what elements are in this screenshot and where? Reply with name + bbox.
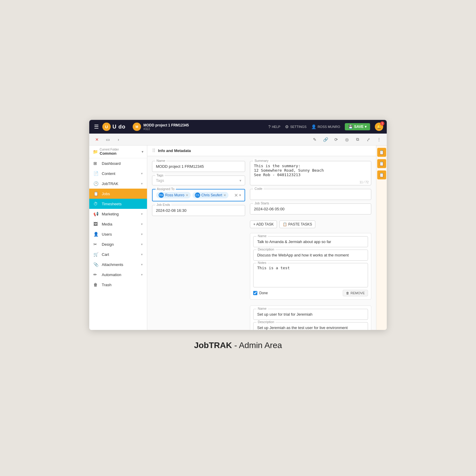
code-label: Code xyxy=(253,187,263,190)
task1-name-label: Name xyxy=(256,234,267,238)
hamburger-icon[interactable]: ☰ xyxy=(93,122,100,131)
task1-remove-button[interactable]: 🗑 REMOVE xyxy=(343,290,368,296)
sidebar-item-marketing[interactable]: 📢 Marketing ▾ xyxy=(89,209,147,219)
tags-content: Tags ▾ xyxy=(156,178,241,183)
marketing-chevron-icon: ▾ xyxy=(141,212,143,216)
assignee-avatar-chris: CS xyxy=(195,192,200,198)
task1-notes-field: Notes This is a test xyxy=(253,263,368,287)
sidebar-item-content[interactable]: 📄 Content ▾ xyxy=(89,168,147,178)
remove-assignee-ross[interactable]: ✕ xyxy=(186,193,188,197)
task-card-1: Name Description Notes This is a test xyxy=(250,233,371,300)
design-chevron-icon: ▾ xyxy=(141,242,143,246)
users-icon: 👤 xyxy=(93,232,99,237)
automation-icon: ✏ xyxy=(93,272,99,277)
paste-tasks-button[interactable]: 📋 PASTE TASKS xyxy=(279,220,315,228)
task2-desc-input[interactable] xyxy=(257,325,364,330)
drag-handle[interactable]: ⠿ xyxy=(152,148,156,154)
task1-notes-label: Notes xyxy=(256,261,267,264)
external-button[interactable]: ⤤ xyxy=(364,135,372,144)
add-task-button[interactable]: + ADD TASK xyxy=(250,220,277,228)
name-field: Name xyxy=(152,161,245,172)
assigned-chevron-icon[interactable]: ▾ xyxy=(239,193,241,197)
sidebar-item-cart[interactable]: 🛒 Cart ▾ xyxy=(89,249,147,259)
job-ends-input[interactable] xyxy=(156,208,241,213)
name-input[interactable] xyxy=(156,164,241,169)
sidebar-item-label: Marketing xyxy=(102,212,119,216)
sidebar-item-label: Media xyxy=(102,222,112,226)
panel-button[interactable]: ▭ xyxy=(104,135,112,144)
right-panel-icon-3[interactable]: 📋 xyxy=(377,170,386,179)
sidebar-item-media[interactable]: 🖼 Media ▾ xyxy=(89,219,147,229)
gear-icon: ⚙ xyxy=(285,124,289,129)
code-input[interactable] xyxy=(254,192,367,197)
assigned-label: Assigned To xyxy=(156,187,176,191)
media-icon: 🖼 xyxy=(93,222,99,226)
users-chevron-icon: ▾ xyxy=(141,232,143,236)
sidebar-item-timesheets[interactable]: ⏱ Timesheets xyxy=(89,199,147,209)
edit-button[interactable]: ✎ xyxy=(311,135,319,144)
name-label: Name xyxy=(155,159,166,162)
notification-button[interactable]: 🔔 2 xyxy=(375,123,383,131)
sidebar-item-dashboard[interactable]: ⊞ Dashboard xyxy=(89,158,147,168)
folder-selector[interactable]: 📁 Current Folder Common ▾ xyxy=(89,145,147,158)
more-button[interactable]: ⋮ xyxy=(375,135,383,144)
content-area: ⠿ Info and Metadata Name Tags xyxy=(147,145,376,330)
sidebar-item-jobs[interactable]: 📋 Jobs xyxy=(89,189,147,199)
history-button[interactable]: ⟳ xyxy=(332,135,340,144)
copy-button[interactable]: ⧉ xyxy=(353,135,362,144)
link-button[interactable]: 🔗 xyxy=(321,135,330,144)
timesheets-icon: ⏱ xyxy=(93,201,99,206)
save-icon: 💾 xyxy=(348,125,353,129)
close-button[interactable]: ✕ xyxy=(93,135,101,144)
right-panel-icon-2[interactable]: 📋 xyxy=(377,159,386,168)
right-panel-icon-1[interactable]: 📋 xyxy=(377,148,386,157)
sidebar-item-jobtrak[interactable]: 🕐 JobTRAK ▾ xyxy=(89,178,147,189)
remove-label: REMOVE xyxy=(350,291,365,295)
task1-done-row: Done 🗑 REMOVE xyxy=(253,290,368,296)
task1-name-input[interactable] xyxy=(257,239,364,245)
paste-icon: 📋 xyxy=(283,222,287,226)
sidebar-item-users[interactable]: 👤 Users ▾ xyxy=(89,229,147,239)
sidebar-item-automation[interactable]: ✏ Automation ▾ xyxy=(89,270,147,280)
tags-field[interactable]: Tags Tags ▾ xyxy=(152,176,245,185)
automation-chevron-icon: ▾ xyxy=(141,273,143,277)
job-starts-input[interactable] xyxy=(254,206,367,212)
project-info: M MODD project 1 FRM12345 #322 xyxy=(133,123,189,131)
summary-input[interactable]: This is the summary: 12 Somewhere Road, … xyxy=(254,164,367,181)
footer-bold-text: JobTRAK xyxy=(194,341,232,350)
jobtrak-icon: 🕐 xyxy=(93,181,99,186)
section-header: ⠿ Info and Metadata xyxy=(147,145,376,156)
cart-chevron-icon: ▾ xyxy=(141,253,143,256)
footer-separator: - xyxy=(232,341,239,350)
task1-done-label[interactable]: Done xyxy=(253,291,268,295)
project-id: #322 xyxy=(143,127,189,131)
target-button[interactable]: ◎ xyxy=(343,135,351,144)
forward-button[interactable]: › xyxy=(114,135,123,144)
job-starts-field: Job Starts xyxy=(250,203,371,214)
remove-assignee-chris[interactable]: ✕ xyxy=(223,193,226,197)
sidebar-item-design[interactable]: ✂ Design ▾ xyxy=(89,239,147,249)
job-ends-label: Job Ends xyxy=(155,203,171,206)
user-icon: 👤 xyxy=(311,124,316,129)
task1-notes-input[interactable]: This is a test xyxy=(257,266,364,284)
task2-name-input[interactable] xyxy=(257,311,364,317)
sidebar-item-trash[interactable]: 🗑 Trash xyxy=(89,280,147,290)
clear-assignees-button[interactable]: ✕ xyxy=(234,192,238,198)
sidebar-item-attachments[interactable]: 📎 Attachments ▾ xyxy=(89,259,147,270)
folder-info: Current Folder Common xyxy=(100,148,119,156)
assignee-chip-ross[interactable]: RM Ross Munro ✕ xyxy=(156,192,191,198)
task1-done-checkbox[interactable] xyxy=(253,291,257,295)
job-ends-field: Job Ends xyxy=(152,205,245,216)
user-button[interactable]: 👤 ROSS MUNRO xyxy=(311,124,340,129)
assigned-field[interactable]: Assigned To RM Ross Munro ✕ CS Chris Seu… xyxy=(152,189,245,201)
assignee-chip-chris[interactable]: CS Chris Seufert ✕ xyxy=(192,192,228,198)
attachments-chevron-icon: ▾ xyxy=(141,263,143,267)
assigned-actions: ✕ ▾ xyxy=(234,192,241,198)
settings-button[interactable]: ⚙ SETTINGS xyxy=(285,124,306,129)
help-button[interactable]: ? HELP xyxy=(268,124,281,129)
save-button[interactable]: 💾 SAVE ▾ xyxy=(345,123,370,130)
design-icon: ✂ xyxy=(93,242,99,247)
task1-desc-input[interactable] xyxy=(257,252,364,258)
task1-name-field: Name xyxy=(253,236,368,247)
project-avatar: M xyxy=(133,123,141,131)
